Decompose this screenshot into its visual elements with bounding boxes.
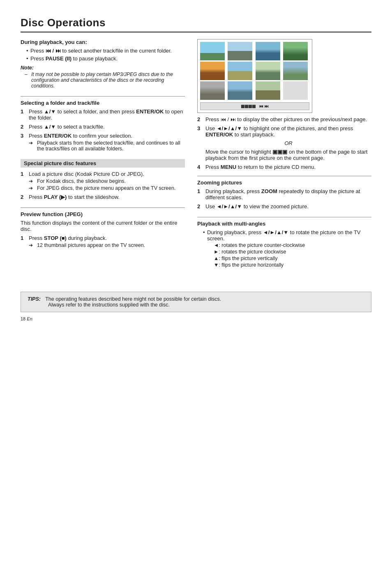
- zooming-section: Zooming pictures During playback, press …: [197, 176, 371, 210]
- note-dash: It may not be possible to play certain M…: [25, 71, 185, 89]
- special-step-2: Press PLAY (▶) to start the slideshow.: [21, 194, 185, 200]
- ctrl-bar-icons: ▦▦▦▦ ⏮ ⏭: [241, 104, 269, 108]
- multi-rule: [197, 217, 371, 217]
- special-arrow-2: For JPEG discs, the picture menu appears…: [29, 185, 185, 191]
- selecting-step-3: Press ENTER/OK to confirm your selection…: [21, 133, 185, 152]
- zooming-steps: During playback, press ZOOM repeatedly t…: [197, 188, 371, 210]
- multi-item-4: ▼: flips the picture horizontally: [214, 262, 371, 268]
- selecting-arrow: Playback starts from the selected track/…: [29, 140, 185, 152]
- page-container: Disc Operations During playback, you can…: [21, 16, 371, 321]
- preview-arrow-1: 12 thumbnail pictures appear on the TV s…: [29, 242, 185, 248]
- right-step-3: Use ◄/►/▲/▼ to highlight one of the pict…: [197, 125, 371, 161]
- during-playback-item-2: Press PAUSE (II) to pause playback.: [26, 55, 185, 62]
- zoom-rule: [197, 176, 371, 176]
- selecting-step-2: Press ▲/▼ to select a track/file.: [21, 124, 185, 130]
- preview-heading: Preview function (JPEG): [21, 211, 185, 217]
- selecting-step-1: Press ▲/▼ to select a folder, and then p…: [21, 108, 185, 121]
- note-label: Note:: [21, 65, 185, 71]
- thumbnail-controls: ▦▦▦▦ ⏮ ⏭: [200, 102, 309, 110]
- special-picture-heading: Special picture disc features: [21, 159, 185, 168]
- multi-item-3: ▲: flips the picture vertically: [214, 256, 371, 261]
- thumb-11: [256, 81, 280, 100]
- section-rule-1: [21, 96, 185, 97]
- multi-angles-list: During playback, press ◄/►/▲/▼ to rotate…: [197, 229, 371, 268]
- note-section: Note: It may not be possible to play cer…: [21, 65, 185, 89]
- left-column: During playback, you can: Press ⏮ / ⏭ to…: [21, 39, 185, 275]
- special-picture-steps: Load a picture disc (Kodak Picture CD or…: [21, 171, 185, 200]
- thumbnail-grid: [200, 42, 309, 100]
- special-picture-section: Special picture disc features Load a pic…: [21, 159, 185, 200]
- right-step-4: Press MENU to return to the picture CD m…: [197, 164, 371, 170]
- thumb-4: [283, 42, 308, 60]
- tips-text1: The operating features described here mi…: [45, 296, 221, 302]
- right-column: ▦▦▦▦ ⏮ ⏭ Press ⏮ / ⏭ to display the othe…: [197, 39, 371, 275]
- ctrl-prev-icon: ⏮: [259, 104, 263, 108]
- ctrl-grid-icon: ▦▦▦▦: [241, 104, 256, 108]
- during-playback-list: Press ⏮ / ⏭ to select another track/file…: [21, 48, 185, 62]
- preview-step-1: Press STOP (■) during playback. 12 thumb…: [21, 235, 185, 248]
- multi-intro: During playback, press ◄/►/▲/▼ to rotate…: [203, 229, 371, 268]
- thumb-12: [283, 81, 308, 100]
- thumb-2: [228, 42, 252, 60]
- right-steps: Press ⏮ / ⏭ to display the other picture…: [197, 116, 371, 170]
- multi-angles-section: Playback with multi-angles During playba…: [197, 217, 371, 268]
- right-step-2: Press ⏮ / ⏭ to display the other picture…: [197, 116, 371, 122]
- zoom-step-2: Use ◄/►/▲/▼ to view the zoomed picture.: [197, 203, 371, 210]
- multi-item-2: ►: rotates the picture clockwise: [214, 249, 371, 255]
- zooming-heading: Zooming pictures: [197, 180, 371, 186]
- multi-angles-heading: Playback with multi-angles: [197, 221, 371, 227]
- thumb-5: [200, 62, 225, 80]
- title-divider: [21, 32, 371, 32]
- note-item: It may not be possible to play certain M…: [21, 71, 185, 89]
- page-title: Disc Operations: [21, 16, 371, 29]
- preview-description: This function displays the content of th…: [21, 220, 185, 232]
- during-playback-section: During playback, you can: Press ⏮ / ⏭ to…: [21, 39, 185, 89]
- tips-label: TIPS:: [28, 296, 41, 302]
- right-step-3-or: Move the cursor to highlight ▣▣▣ on the …: [205, 149, 371, 161]
- section-rule-2: [21, 207, 185, 208]
- special-step-1: Load a picture disc (Kodak Picture CD or…: [21, 171, 185, 191]
- main-content: During playback, you can: Press ⏮ / ⏭ to…: [21, 39, 371, 275]
- preview-function-section: Preview function (JPEG) This function di…: [21, 207, 185, 248]
- multi-item-1: ◄: rotates the picture counter-clockwise: [214, 242, 371, 248]
- selecting-folder-steps: Press ▲/▼ to select a folder, and then p…: [21, 108, 185, 152]
- preview-steps: Press STOP (■) during playback. 12 thumb…: [21, 235, 185, 248]
- thumb-7: [256, 62, 280, 80]
- zoom-step-1: During playback, press ZOOM repeatedly t…: [197, 188, 371, 200]
- selecting-folder-section: Selecting a folder and track/file Press …: [21, 96, 185, 152]
- selecting-folder-heading: Selecting a folder and track/file: [21, 100, 185, 106]
- ctrl-next-icon: ⏭: [265, 104, 269, 108]
- tips-text2: Always refer to the instructions supplie…: [28, 302, 170, 308]
- thumb-6: [228, 62, 252, 80]
- thumbnail-grid-container: ▦▦▦▦ ⏮ ⏭: [197, 39, 312, 113]
- thumb-10: [228, 81, 252, 100]
- or-label: OR: [205, 140, 371, 146]
- thumb-3: [256, 42, 280, 60]
- page-number: 18 En: [21, 316, 371, 321]
- thumb-9: [200, 81, 225, 100]
- during-playback-item-1: Press ⏮ / ⏭ to select another track/file…: [26, 48, 185, 54]
- thumb-1: [200, 42, 225, 60]
- special-arrow-1: For Kodak discs, the slideshow begins.: [29, 178, 185, 184]
- multi-sub-bullets: ◄: rotates the picture counter-clockwise…: [207, 242, 371, 268]
- during-playback-heading: During playback, you can:: [21, 39, 185, 45]
- thumb-8: [283, 62, 308, 80]
- tips-box: TIPS: The operating features described h…: [21, 292, 371, 312]
